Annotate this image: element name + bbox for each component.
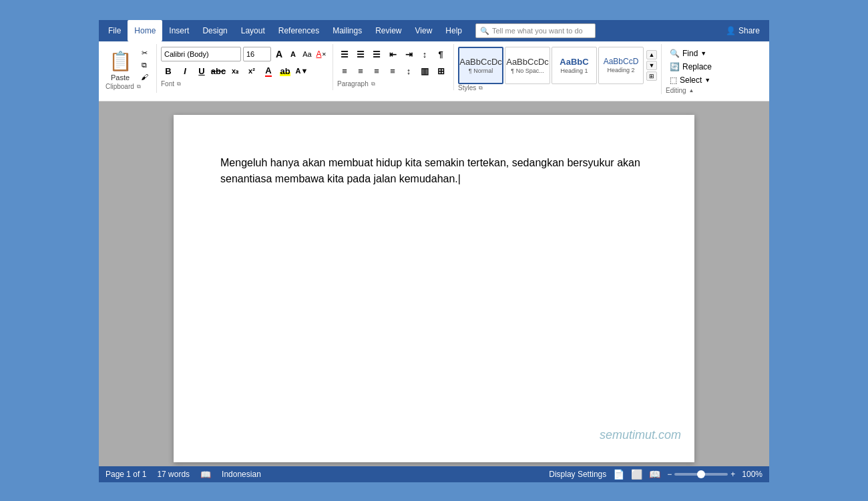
format-painter-button[interactable]: 🖌 xyxy=(138,71,151,82)
case-button[interactable]: Aa xyxy=(301,48,313,60)
menu-home[interactable]: Home xyxy=(128,20,162,41)
style-no-space-text: AaBbCcDc xyxy=(506,57,549,66)
paragraph-group: ☰ ☰ ☰ ⇤ ⇥ ↕ ¶ ≡ ≡ ≡ ≡ ↕ ▥ ⊞ Paragraph ⧉ xyxy=(333,44,454,90)
editing-group: 🔍 Find ▼ 🔄 Replace ⬚ Select ▼ Editing ▲ xyxy=(662,44,721,97)
view-print-layout[interactable]: 📄 xyxy=(613,469,624,480)
document-page[interactable]: Mengeluh hanya akan membuat hidup kita s… xyxy=(174,115,694,462)
show-marks-button[interactable]: ¶ xyxy=(433,47,448,61)
clear-format-button[interactable]: A ✕ xyxy=(315,48,327,60)
menu-layout[interactable]: Layout xyxy=(234,20,272,41)
style-heading1-label: Heading 1 xyxy=(560,67,588,74)
language[interactable]: Indonesian xyxy=(222,470,261,479)
menu-file[interactable]: File xyxy=(101,20,128,41)
select-arrow: ▼ xyxy=(704,77,710,84)
cut-button[interactable]: ✂ xyxy=(138,47,151,58)
page-info: Page 1 of 1 xyxy=(105,470,146,479)
view-read[interactable]: 📖 xyxy=(649,469,660,480)
style-heading2[interactable]: AaBbCcD Heading 2 xyxy=(598,47,644,84)
grow-font-button[interactable]: A xyxy=(273,48,285,60)
highlight-button[interactable]: ab xyxy=(278,63,292,78)
menu-help[interactable]: Help xyxy=(439,20,469,41)
font-label: Font xyxy=(161,80,174,88)
menu-references[interactable]: References xyxy=(272,20,326,41)
menu-design[interactable]: Design xyxy=(196,20,234,41)
style-normal[interactable]: AaBbCcDc ¶ Normal xyxy=(458,47,503,84)
decrease-indent-button[interactable]: ⇤ xyxy=(385,47,400,61)
numbering-button[interactable]: ☰ xyxy=(353,47,368,61)
paste-label: Paste xyxy=(111,73,130,81)
status-bar: Page 1 of 1 17 words 📖 Indonesian Displa… xyxy=(99,466,769,482)
cut-icon: ✂ xyxy=(142,49,148,57)
word-count: 17 words xyxy=(157,470,190,479)
style-no-space[interactable]: AaBbCcDc ¶ No Spac... xyxy=(505,47,550,84)
justify-button[interactable]: ≡ xyxy=(385,63,400,78)
search-icon: 🔍 xyxy=(480,27,489,35)
strikethrough-button[interactable]: abc xyxy=(211,63,226,78)
styles-expand[interactable]: ⊞ xyxy=(646,71,657,81)
superscript-button[interactable]: x² xyxy=(244,63,259,78)
font-size-input[interactable] xyxy=(243,47,271,61)
increase-indent-button[interactable]: ⇥ xyxy=(401,47,416,61)
menu-review[interactable]: Review xyxy=(369,20,408,41)
clipboard-group: 📋 Paste ✂ ⧉ 🖌 Clipboard ⧉ xyxy=(103,44,157,93)
copy-button[interactable]: ⧉ xyxy=(138,59,151,70)
underline-button[interactable]: U xyxy=(194,63,209,78)
menu-insert[interactable]: Insert xyxy=(162,20,196,41)
sort-button[interactable]: ↕ xyxy=(417,47,432,61)
subscript-button[interactable]: x₂ xyxy=(228,63,242,78)
align-center-button[interactable]: ≡ xyxy=(353,63,368,78)
clipboard-expand-icon[interactable]: ⧉ xyxy=(137,84,141,90)
select-button[interactable]: ⬚ Select ▼ xyxy=(666,73,716,87)
paragraph-expand-icon[interactable]: ⧉ xyxy=(371,81,375,88)
proofread-icon[interactable]: 📖 xyxy=(200,470,211,480)
replace-button[interactable]: 🔄 Replace xyxy=(666,60,716,73)
share-button[interactable]: 👤 Share xyxy=(719,20,767,41)
menu-bar: File Home Insert Design Layout Reference… xyxy=(99,20,769,41)
select-label: Select xyxy=(680,75,702,85)
zoom-control[interactable]: − + xyxy=(667,470,735,479)
style-heading2-text: AaBbCcD xyxy=(604,57,639,65)
app-window: File Home Insert Design Layout Reference… xyxy=(99,20,769,482)
paste-button[interactable]: 📋 Paste xyxy=(105,47,135,83)
borders-button[interactable]: ⊞ xyxy=(433,63,448,78)
zoom-out-icon[interactable]: − xyxy=(667,470,672,479)
style-no-space-label: ¶ No Spac... xyxy=(511,67,544,74)
copy-icon: ⧉ xyxy=(142,61,147,69)
menu-mailings[interactable]: Mailings xyxy=(326,20,369,41)
clipboard-label: Clipboard xyxy=(105,83,134,90)
styles-scroll-down[interactable]: ▼ xyxy=(646,61,657,70)
style-normal-label: ¶ Normal xyxy=(469,67,493,74)
styles-scroll-up[interactable]: ▲ xyxy=(646,50,657,59)
font-name-input[interactable] xyxy=(161,47,241,61)
menu-view[interactable]: View xyxy=(409,20,439,41)
replace-label: Replace xyxy=(682,62,712,71)
multilevel-button[interactable]: ☰ xyxy=(369,47,384,61)
shading-para-button[interactable]: ▥ xyxy=(417,63,432,78)
align-left-button[interactable]: ≡ xyxy=(337,63,352,78)
editing-label: Editing xyxy=(666,87,686,94)
bullets-button[interactable]: ☰ xyxy=(337,47,352,61)
editing-expand-icon[interactable]: ▲ xyxy=(689,88,694,94)
zoom-level[interactable]: 100% xyxy=(742,470,763,479)
search-bar[interactable]: 🔍 Tell me what you want to do xyxy=(475,23,596,38)
display-settings-button[interactable]: Display Settings xyxy=(549,470,606,479)
document-content[interactable]: Mengeluh hanya akan membuat hidup kita s… xyxy=(220,155,648,187)
zoom-in-icon[interactable]: + xyxy=(730,470,735,479)
style-heading1[interactable]: AaBbC Heading 1 xyxy=(552,47,597,84)
bold-button[interactable]: B xyxy=(161,63,176,78)
view-web[interactable]: ⬜ xyxy=(631,469,642,480)
shading-button[interactable]: A▼ xyxy=(294,63,309,78)
document-area: Mengeluh hanya akan membuat hidup kita s… xyxy=(99,102,769,466)
zoom-slider[interactable] xyxy=(674,473,728,476)
styles-expand-icon[interactable]: ⧉ xyxy=(479,85,483,92)
paste-icon: 📋 xyxy=(108,48,132,73)
shrink-font-button[interactable]: A xyxy=(287,48,299,60)
format-painter-icon: 🖌 xyxy=(141,73,148,81)
align-right-button[interactable]: ≡ xyxy=(369,63,384,78)
italic-button[interactable]: I xyxy=(178,63,192,78)
font-expand-icon[interactable]: ⧉ xyxy=(177,81,181,88)
status-right: Display Settings 📄 ⬜ 📖 − + 100% xyxy=(549,469,763,480)
line-spacing-button[interactable]: ↕ xyxy=(401,63,416,78)
find-button[interactable]: 🔍 Find ▼ xyxy=(666,47,716,60)
font-color-button[interactable]: A xyxy=(261,63,276,78)
